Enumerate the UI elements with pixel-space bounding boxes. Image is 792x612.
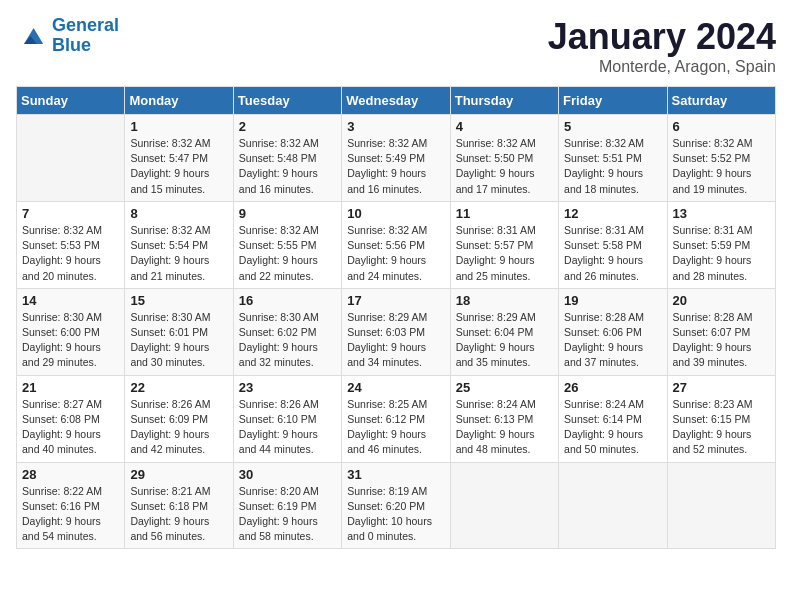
day-info: Sunrise: 8:32 AMSunset: 5:48 PMDaylight:… [239, 136, 336, 197]
calendar-cell: 13Sunrise: 8:31 AMSunset: 5:59 PMDayligh… [667, 201, 775, 288]
day-info: Sunrise: 8:30 AMSunset: 6:00 PMDaylight:… [22, 310, 119, 371]
calendar-cell [17, 115, 125, 202]
day-info: Sunrise: 8:30 AMSunset: 6:02 PMDaylight:… [239, 310, 336, 371]
day-number: 31 [347, 467, 444, 482]
day-info: Sunrise: 8:29 AMSunset: 6:03 PMDaylight:… [347, 310, 444, 371]
day-info: Sunrise: 8:31 AMSunset: 5:57 PMDaylight:… [456, 223, 553, 284]
day-number: 2 [239, 119, 336, 134]
logo-text: General Blue [52, 16, 119, 56]
day-info: Sunrise: 8:23 AMSunset: 6:15 PMDaylight:… [673, 397, 770, 458]
day-number: 15 [130, 293, 227, 308]
day-info: Sunrise: 8:32 AMSunset: 5:55 PMDaylight:… [239, 223, 336, 284]
calendar-cell: 5Sunrise: 8:32 AMSunset: 5:51 PMDaylight… [559, 115, 667, 202]
calendar-cell: 15Sunrise: 8:30 AMSunset: 6:01 PMDayligh… [125, 288, 233, 375]
weekday-sunday: Sunday [17, 87, 125, 115]
calendar-subtitle: Monterde, Aragon, Spain [548, 58, 776, 76]
calendar-cell: 21Sunrise: 8:27 AMSunset: 6:08 PMDayligh… [17, 375, 125, 462]
weekday-header-row: SundayMondayTuesdayWednesdayThursdayFrid… [17, 87, 776, 115]
day-info: Sunrise: 8:26 AMSunset: 6:10 PMDaylight:… [239, 397, 336, 458]
day-info: Sunrise: 8:29 AMSunset: 6:04 PMDaylight:… [456, 310, 553, 371]
day-number: 14 [22, 293, 119, 308]
calendar-cell: 28Sunrise: 8:22 AMSunset: 6:16 PMDayligh… [17, 462, 125, 549]
day-number: 26 [564, 380, 661, 395]
day-number: 24 [347, 380, 444, 395]
calendar-cell: 9Sunrise: 8:32 AMSunset: 5:55 PMDaylight… [233, 201, 341, 288]
day-number: 21 [22, 380, 119, 395]
day-number: 6 [673, 119, 770, 134]
calendar-cell: 23Sunrise: 8:26 AMSunset: 6:10 PMDayligh… [233, 375, 341, 462]
calendar-cell: 16Sunrise: 8:30 AMSunset: 6:02 PMDayligh… [233, 288, 341, 375]
day-number: 22 [130, 380, 227, 395]
day-info: Sunrise: 8:32 AMSunset: 5:51 PMDaylight:… [564, 136, 661, 197]
calendar-cell: 10Sunrise: 8:32 AMSunset: 5:56 PMDayligh… [342, 201, 450, 288]
day-number: 3 [347, 119, 444, 134]
calendar-cell: 3Sunrise: 8:32 AMSunset: 5:49 PMDaylight… [342, 115, 450, 202]
weekday-monday: Monday [125, 87, 233, 115]
day-info: Sunrise: 8:31 AMSunset: 5:58 PMDaylight:… [564, 223, 661, 284]
calendar-cell: 14Sunrise: 8:30 AMSunset: 6:00 PMDayligh… [17, 288, 125, 375]
day-info: Sunrise: 8:28 AMSunset: 6:06 PMDaylight:… [564, 310, 661, 371]
weekday-saturday: Saturday [667, 87, 775, 115]
day-number: 23 [239, 380, 336, 395]
day-number: 27 [673, 380, 770, 395]
calendar-cell [450, 462, 558, 549]
day-number: 10 [347, 206, 444, 221]
calendar-cell: 18Sunrise: 8:29 AMSunset: 6:04 PMDayligh… [450, 288, 558, 375]
day-number: 11 [456, 206, 553, 221]
calendar-cell: 26Sunrise: 8:24 AMSunset: 6:14 PMDayligh… [559, 375, 667, 462]
day-info: Sunrise: 8:25 AMSunset: 6:12 PMDaylight:… [347, 397, 444, 458]
weekday-wednesday: Wednesday [342, 87, 450, 115]
calendar-cell: 27Sunrise: 8:23 AMSunset: 6:15 PMDayligh… [667, 375, 775, 462]
day-number: 19 [564, 293, 661, 308]
day-number: 5 [564, 119, 661, 134]
calendar-cell: 17Sunrise: 8:29 AMSunset: 6:03 PMDayligh… [342, 288, 450, 375]
logo-icon [16, 20, 48, 52]
calendar-cell: 20Sunrise: 8:28 AMSunset: 6:07 PMDayligh… [667, 288, 775, 375]
day-info: Sunrise: 8:28 AMSunset: 6:07 PMDaylight:… [673, 310, 770, 371]
day-info: Sunrise: 8:32 AMSunset: 5:53 PMDaylight:… [22, 223, 119, 284]
week-row-2: 7Sunrise: 8:32 AMSunset: 5:53 PMDaylight… [17, 201, 776, 288]
calendar-cell: 11Sunrise: 8:31 AMSunset: 5:57 PMDayligh… [450, 201, 558, 288]
day-number: 1 [130, 119, 227, 134]
day-info: Sunrise: 8:26 AMSunset: 6:09 PMDaylight:… [130, 397, 227, 458]
calendar-cell: 8Sunrise: 8:32 AMSunset: 5:54 PMDaylight… [125, 201, 233, 288]
calendar-cell: 30Sunrise: 8:20 AMSunset: 6:19 PMDayligh… [233, 462, 341, 549]
calendar-cell: 19Sunrise: 8:28 AMSunset: 6:06 PMDayligh… [559, 288, 667, 375]
calendar-cell [667, 462, 775, 549]
day-info: Sunrise: 8:32 AMSunset: 5:56 PMDaylight:… [347, 223, 444, 284]
week-row-3: 14Sunrise: 8:30 AMSunset: 6:00 PMDayligh… [17, 288, 776, 375]
logo: General Blue [16, 16, 119, 56]
week-row-4: 21Sunrise: 8:27 AMSunset: 6:08 PMDayligh… [17, 375, 776, 462]
week-row-5: 28Sunrise: 8:22 AMSunset: 6:16 PMDayligh… [17, 462, 776, 549]
day-number: 18 [456, 293, 553, 308]
day-info: Sunrise: 8:22 AMSunset: 6:16 PMDaylight:… [22, 484, 119, 545]
calendar-cell: 6Sunrise: 8:32 AMSunset: 5:52 PMDaylight… [667, 115, 775, 202]
calendar-cell: 31Sunrise: 8:19 AMSunset: 6:20 PMDayligh… [342, 462, 450, 549]
day-info: Sunrise: 8:21 AMSunset: 6:18 PMDaylight:… [130, 484, 227, 545]
weekday-friday: Friday [559, 87, 667, 115]
calendar-title: January 2024 [548, 16, 776, 58]
day-info: Sunrise: 8:19 AMSunset: 6:20 PMDaylight:… [347, 484, 444, 545]
day-number: 12 [564, 206, 661, 221]
day-number: 30 [239, 467, 336, 482]
title-area: January 2024 Monterde, Aragon, Spain [548, 16, 776, 76]
weekday-tuesday: Tuesday [233, 87, 341, 115]
calendar-body: 1Sunrise: 8:32 AMSunset: 5:47 PMDaylight… [17, 115, 776, 549]
day-info: Sunrise: 8:24 AMSunset: 6:14 PMDaylight:… [564, 397, 661, 458]
day-info: Sunrise: 8:32 AMSunset: 5:49 PMDaylight:… [347, 136, 444, 197]
calendar-cell: 1Sunrise: 8:32 AMSunset: 5:47 PMDaylight… [125, 115, 233, 202]
day-number: 13 [673, 206, 770, 221]
day-info: Sunrise: 8:32 AMSunset: 5:47 PMDaylight:… [130, 136, 227, 197]
day-number: 29 [130, 467, 227, 482]
calendar-cell: 2Sunrise: 8:32 AMSunset: 5:48 PMDaylight… [233, 115, 341, 202]
day-number: 4 [456, 119, 553, 134]
day-info: Sunrise: 8:20 AMSunset: 6:19 PMDaylight:… [239, 484, 336, 545]
calendar-cell: 7Sunrise: 8:32 AMSunset: 5:53 PMDaylight… [17, 201, 125, 288]
day-number: 9 [239, 206, 336, 221]
day-info: Sunrise: 8:30 AMSunset: 6:01 PMDaylight:… [130, 310, 227, 371]
day-info: Sunrise: 8:32 AMSunset: 5:52 PMDaylight:… [673, 136, 770, 197]
calendar-cell [559, 462, 667, 549]
week-row-1: 1Sunrise: 8:32 AMSunset: 5:47 PMDaylight… [17, 115, 776, 202]
calendar-cell: 29Sunrise: 8:21 AMSunset: 6:18 PMDayligh… [125, 462, 233, 549]
day-number: 8 [130, 206, 227, 221]
